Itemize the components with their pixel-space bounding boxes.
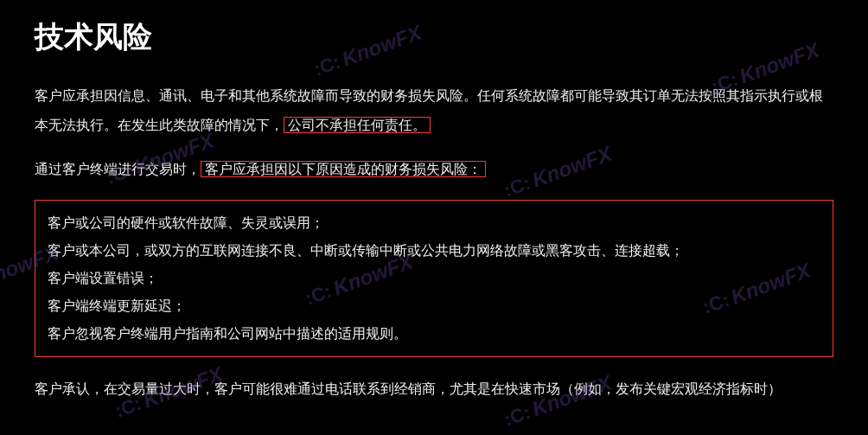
paragraph-2: 通过客户终端进行交易时，客户应承担因以下原因造成的财务损失风险： (35, 155, 833, 184)
para1-highlight: 公司不承担任何责任。 (284, 117, 431, 133)
list-item: 客户端终端更新延迟； (48, 292, 820, 320)
list-item: 客户端设置错误； (48, 265, 820, 292)
list-item: 客户或本公司，或双方的互联网连接不良、中断或传输中断或公共电力网络故障或黑客攻击… (48, 237, 820, 265)
para2-highlight: 客户应承担因以下原因造成的财务损失风险： (201, 161, 486, 177)
paragraph-1: 客户应承担因信息、通讯、电子和其他系统故障而导致的财务损失风险。任何系统故障都可… (35, 81, 833, 139)
para2-pre: 通过客户终端进行交易时， (35, 162, 201, 176)
risk-list-box: 客户或公司的硬件或软件故障、失灵或误用； 客户或本公司，或双方的互联网连接不良、… (35, 200, 833, 357)
paragraph-3: 客户承认，在交易量过大时，客户可能很难通过电话联系到经销商，尤其是在快速市场（例… (35, 374, 833, 404)
list-item: 客户或公司的硬件或软件故障、失灵或误用； (48, 209, 820, 237)
page-heading: 技术风险 (35, 17, 833, 57)
list-item: 客户忽视客户终端用户指南和公司网站中描述的适用规则。 (48, 320, 820, 348)
watermark-icon: :C: (501, 401, 533, 432)
